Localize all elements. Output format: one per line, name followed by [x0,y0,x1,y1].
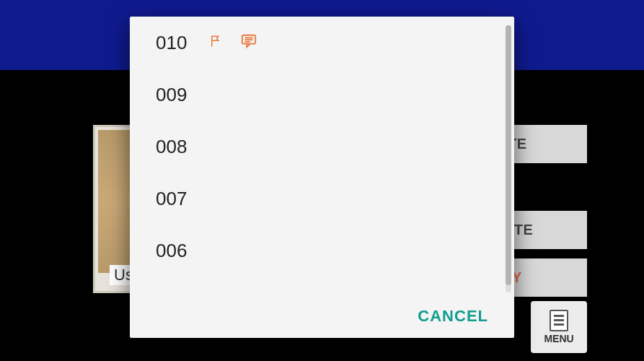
menu-button[interactable]: MENU [531,301,587,353]
item-label: 006 [156,240,192,262]
item-picker-dialog: 010009008007006 CANCEL [130,17,514,338]
list-item[interactable]: 008 [130,121,514,173]
menu-button-label: MENU [544,333,573,344]
item-list[interactable]: 010009008007006 [130,17,514,295]
comment-icon [239,33,258,52]
dialog-footer: CANCEL [130,295,514,338]
document-stack-icon [550,310,568,331]
item-label: 008 [156,136,192,158]
item-label: 007 [156,188,192,210]
list-item[interactable]: 006 [130,225,514,277]
list-item[interactable]: 010 [130,17,514,69]
item-label: 010 [156,32,192,54]
cancel-button[interactable]: CANCEL [418,307,488,326]
item-label: 009 [156,84,192,106]
flag-icon [209,32,222,53]
list-item[interactable]: 007 [130,173,514,225]
list-item[interactable]: 009 [130,69,514,121]
scrollbar-thumb[interactable] [506,25,511,285]
